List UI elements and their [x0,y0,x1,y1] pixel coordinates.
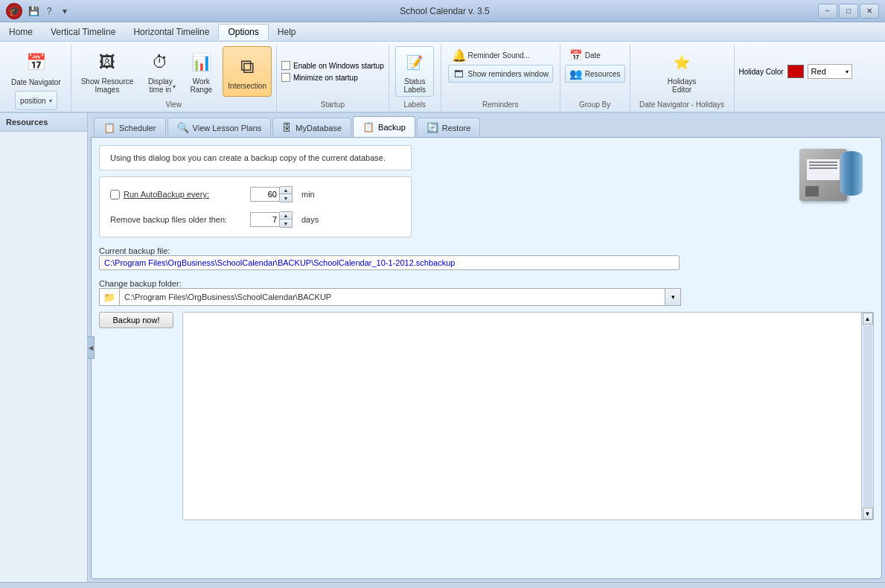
tab-view-lesson-plans[interactable]: 🔍 View Lesson Plans [167,118,272,137]
log-scrollbar: ▲ ▼ [861,313,873,520]
holiday-color-swatch[interactable] [787,65,804,78]
display-time-arrow: ▾ [173,83,176,90]
tab-scheduler[interactable]: 📋 Scheduler [94,118,166,137]
work-range-label: Work Range [191,77,212,94]
minimize-button[interactable]: − [818,4,837,19]
holidays-dn-label: Date Navigator - Holidays [639,100,724,110]
backup-options-box: Run AutoBackup every: ▲ ▼ min Remove b [99,176,412,237]
status-bar: ⊿ [0,582,885,588]
view-group-content: 🖼 Show Resource Images ⏱ Display time in… [76,46,272,99]
quick-access-toolbar: 💾 ? ▾ [27,4,71,18]
autobackup-spin-up[interactable]: ▲ [280,187,292,194]
reminders-window-icon: 🗔 [453,67,466,80]
floppy-shutter [805,186,819,196]
sidebar-collapse-button[interactable]: ◀ [87,336,95,359]
autobackup-row: Run AutoBackup every: ▲ ▼ min [110,186,400,202]
title-bar: 🎓 💾 ? ▾ School Calendar v. 3.5 − □ ✕ [0,0,885,22]
reminder-sound-icon: 🔔 [453,48,466,62]
backup-illustration [796,145,870,212]
work-range-icon: 📊 [188,49,214,75]
tab-backup[interactable]: 📋 Backup [353,116,415,137]
autobackup-text: Run AutoBackup every: [124,190,209,199]
minimize-startup-option[interactable]: Minimize on startup [281,73,384,82]
scroll-track[interactable] [863,325,872,507]
change-folder-label: Change backup folder: [99,279,874,288]
help-button[interactable]: ? [42,4,56,18]
remove-value[interactable] [250,212,280,227]
ribbon-group-startup: Enable on Windows startup Minimize on st… [277,45,389,112]
status-labels-button[interactable]: 📝 Status Labels [395,46,434,97]
display-time-label: Display time in [148,77,173,94]
save-button[interactable]: 💾 [27,4,40,18]
holidays-group-content: ⭐ Holidays Editor [662,46,701,99]
reminder-sound-button[interactable]: 🔔 Reminder Sound... [448,46,553,64]
restore-button[interactable]: □ [839,4,858,19]
autobackup-value[interactable] [250,187,280,202]
dn-group-content: 📅 Date Navigator position ▾ [6,46,66,110]
enable-windows-startup-option[interactable]: Enable on Windows startup [281,61,384,70]
autobackup-label[interactable]: Run AutoBackup every: [110,190,244,199]
resources-label: Resources [585,70,621,78]
scheduler-tab-icon: 📋 [103,122,115,133]
minimize-startup-checkbox[interactable] [281,73,290,82]
reminders-stack: 🔔 Reminder Sound... 🗔 Show reminders win… [448,46,553,97]
cylinder-shape [840,151,863,196]
holidays-editor-button[interactable]: ⭐ Holidays Editor [662,46,701,97]
scroll-up-arrow[interactable]: ▲ [863,313,873,325]
backup-action-row: Backup now! ▲ ▼ [99,312,874,520]
menu-horizontal-timeline[interactable]: Horizontal Timeline [124,24,218,40]
floppy-line-3 [809,167,837,169]
remove-unit: days [301,215,319,224]
remove-spin-up[interactable]: ▲ [280,212,292,220]
menu-options[interactable]: Options [218,24,268,40]
folder-dropdown-button[interactable]: ▾ [665,288,681,306]
current-file-label: Current backup file: [99,246,874,255]
display-time-icon: ⏱ [147,49,173,75]
date-navigator-label: Date Navigator [11,78,61,86]
holidays-editor-label: Holidays Editor [668,77,696,94]
tab-restore[interactable]: 🔄 Restore [417,118,481,137]
position-dropdown[interactable]: position ▾ [15,91,57,110]
display-time-button[interactable]: ⏱ Display time in ▾ [141,46,179,97]
color-dropdown-arrow: ▾ [846,68,849,75]
mydatabase-tab-label: MyDatabase [295,124,342,132]
date-navigator-button[interactable]: 📅 Date Navigator [6,46,66,89]
floppy-line-1 [809,162,837,163]
resources-button[interactable]: 👥 Resources [565,65,625,83]
menu-help[interactable]: Help [269,24,305,40]
sidebar-content [0,132,87,582]
scroll-down-arrow[interactable]: ▼ [863,508,873,520]
reminders-group-label: Reminders [482,100,518,110]
work-range-button[interactable]: 📊 Work Range [182,46,220,97]
reminders-group-content: 🔔 Reminder Sound... 🗔 Show reminders win… [448,46,553,99]
tab-mydatabase[interactable]: 🗄 MyDatabase [272,118,351,137]
backup-log-area: ▲ ▼ [182,312,874,520]
ribbon-toolbar: 📅 Date Navigator position ▾ 🖼 Show Resou… [0,42,885,113]
ribbon-group-holiday-color: Holiday Color Red ▾ [735,45,857,112]
autobackup-spinner: ▲ ▼ [250,186,293,202]
intersection-button[interactable]: ⧉ Intersection [223,46,272,97]
startup-options: Enable on Windows startup Minimize on st… [281,46,384,97]
autobackup-spin-down[interactable]: ▼ [280,194,292,202]
app-icon: 🎓 [6,3,22,19]
show-reminders-window-button[interactable]: 🗔 Show reminders window [448,65,553,83]
show-resource-images-button[interactable]: 🖼 Show Resource Images [76,46,139,97]
qa-dropdown[interactable]: ▾ [58,4,71,18]
main-area: Resources ◀ 📋 Scheduler 🔍 View Lesson Pl… [0,113,885,582]
groupby-group-label: Group By [579,100,610,110]
ribbon-group-groupby: 📅 Date 👥 Resources Group By [560,45,630,112]
view-group-label: view [166,100,182,110]
groupby-stack: 📅 Date 👥 Resources [565,46,625,97]
holiday-color-dropdown[interactable]: Red ▾ [808,64,852,79]
backup-now-button[interactable]: Backup now! [99,312,173,328]
resize-handle[interactable]: ⊿ [869,586,879,589]
close-button[interactable]: ✕ [860,4,879,19]
autobackup-checkbox[interactable] [110,190,120,199]
folder-row: 📁 C:\Program Files\OrgBusiness\SchoolCal… [99,288,681,306]
date-button[interactable]: 📅 Date [565,46,625,64]
folder-icon: 📁 [103,292,115,303]
menu-home[interactable]: Home [0,24,42,40]
enable-startup-checkbox[interactable] [281,61,290,70]
remove-spin-down[interactable]: ▼ [280,220,292,227]
menu-vertical-timeline[interactable]: Vertical Timeline [42,24,124,40]
